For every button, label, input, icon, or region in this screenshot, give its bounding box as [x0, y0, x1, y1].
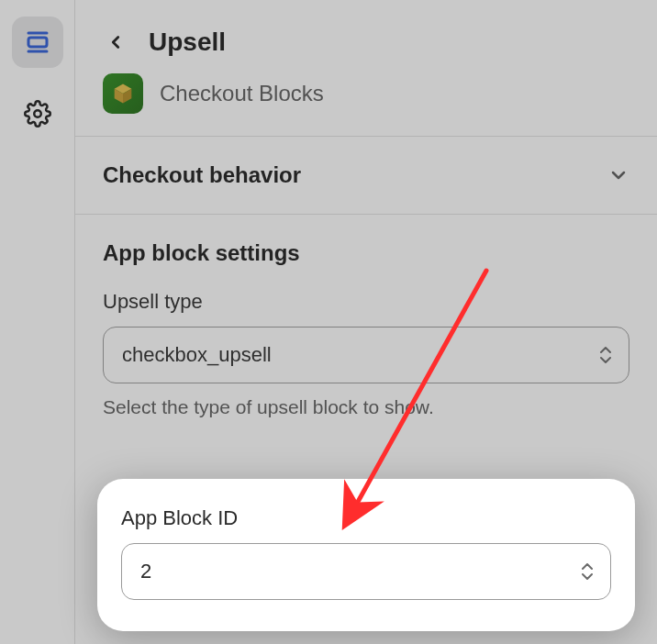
upsell-type-value: checkbox_upsell	[122, 343, 272, 367]
svg-rect-0	[28, 38, 47, 47]
app-block-id-field: App Block ID 2	[121, 506, 611, 600]
app-name-label: Checkout Blocks	[160, 81, 324, 106]
settings-rail-button[interactable]	[12, 88, 63, 139]
checkout-behavior-section[interactable]: Checkout behavior	[75, 137, 657, 215]
page-title: Upsell	[149, 28, 226, 57]
upsell-type-select[interactable]: checkbox_upsell	[103, 327, 629, 383]
settings-title: App block settings	[103, 240, 629, 266]
app-root: Upsell Checkout Blocks Checkout behavior	[0, 0, 657, 644]
app-block-id-label: App Block ID	[121, 506, 611, 530]
app-icon	[103, 73, 143, 114]
cube-icon	[110, 81, 136, 106]
section-icon	[24, 28, 51, 56]
checkout-behavior-title: Checkout behavior	[103, 162, 301, 188]
svg-point-3	[34, 110, 41, 117]
chevron-down-icon	[607, 164, 629, 186]
upsell-type-help: Select the type of upsell block to show.	[103, 396, 629, 418]
left-rail	[0, 0, 75, 644]
app-block-id-highlight: App Block ID 2	[97, 479, 635, 631]
select-stepper-icon	[599, 347, 612, 363]
sections-rail-button[interactable]	[12, 17, 63, 68]
select-stepper-icon	[581, 563, 594, 580]
app-identity-row: Checkout Blocks	[103, 73, 629, 114]
upsell-type-field: Upsell type checkbox_upsell Select the t…	[103, 290, 629, 418]
back-button[interactable]	[103, 29, 128, 55]
upsell-type-label: Upsell type	[103, 290, 629, 314]
app-block-id-value: 2	[140, 560, 151, 583]
panel-header: Upsell Checkout Blocks	[75, 0, 657, 137]
app-block-id-select[interactable]: 2	[121, 543, 611, 600]
chevron-left-icon	[106, 32, 126, 52]
gear-icon	[24, 100, 51, 128]
